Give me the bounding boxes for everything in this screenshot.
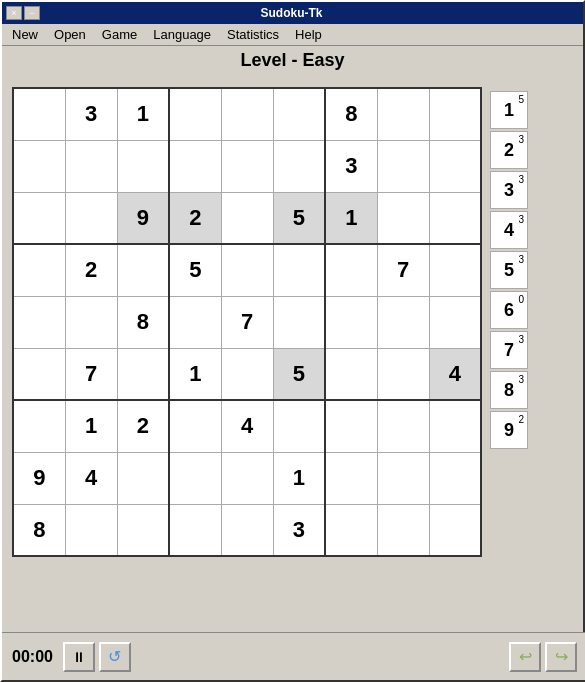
- cell-4-8[interactable]: [429, 296, 481, 348]
- cell-3-2[interactable]: [117, 244, 169, 296]
- cell-5-2[interactable]: [117, 348, 169, 400]
- cell-8-2[interactable]: [117, 504, 169, 556]
- cell-4-2[interactable]: 8: [117, 296, 169, 348]
- cell-1-3[interactable]: [169, 140, 221, 192]
- cell-5-5[interactable]: 5: [273, 348, 325, 400]
- cell-1-8[interactable]: [429, 140, 481, 192]
- cell-6-1[interactable]: 1: [65, 400, 117, 452]
- cell-1-7[interactable]: [377, 140, 429, 192]
- cell-8-5[interactable]: 3: [273, 504, 325, 556]
- cell-6-4[interactable]: 4: [221, 400, 273, 452]
- cell-3-4[interactable]: [221, 244, 273, 296]
- cell-1-1[interactable]: [65, 140, 117, 192]
- cell-7-6[interactable]: [325, 452, 377, 504]
- cell-2-5[interactable]: 5: [273, 192, 325, 244]
- side-item-8[interactable]: 83: [490, 371, 528, 409]
- cell-6-6[interactable]: [325, 400, 377, 452]
- menu-help[interactable]: Help: [287, 25, 330, 44]
- cell-0-3[interactable]: [169, 88, 221, 140]
- cell-8-1[interactable]: [65, 504, 117, 556]
- cell-0-2[interactable]: 1: [117, 88, 169, 140]
- cell-2-0[interactable]: [13, 192, 65, 244]
- cell-4-0[interactable]: [13, 296, 65, 348]
- undo-button[interactable]: ↩: [509, 642, 541, 672]
- cell-1-6[interactable]: 3: [325, 140, 377, 192]
- cell-8-6[interactable]: [325, 504, 377, 556]
- cell-0-5[interactable]: [273, 88, 325, 140]
- side-item-4[interactable]: 43: [490, 211, 528, 249]
- side-item-9[interactable]: 92: [490, 411, 528, 449]
- cell-3-5[interactable]: [273, 244, 325, 296]
- side-item-7[interactable]: 73: [490, 331, 528, 369]
- cell-2-4[interactable]: [221, 192, 273, 244]
- menu-game[interactable]: Game: [94, 25, 145, 44]
- side-item-6[interactable]: 60: [490, 291, 528, 329]
- cell-5-4[interactable]: [221, 348, 273, 400]
- cell-5-7[interactable]: [377, 348, 429, 400]
- refresh-button[interactable]: ↺: [99, 642, 131, 672]
- cell-5-6[interactable]: [325, 348, 377, 400]
- cell-7-0[interactable]: 9: [13, 452, 65, 504]
- cell-3-0[interactable]: [13, 244, 65, 296]
- cell-8-3[interactable]: [169, 504, 221, 556]
- cell-1-0[interactable]: [13, 140, 65, 192]
- side-item-3[interactable]: 33: [490, 171, 528, 209]
- cell-7-8[interactable]: [429, 452, 481, 504]
- cell-6-5[interactable]: [273, 400, 325, 452]
- cell-8-4[interactable]: [221, 504, 273, 556]
- cell-6-3[interactable]: [169, 400, 221, 452]
- minimize-button[interactable]: −: [24, 6, 40, 20]
- cell-3-6[interactable]: [325, 244, 377, 296]
- cell-0-1[interactable]: 3: [65, 88, 117, 140]
- menu-open[interactable]: Open: [46, 25, 94, 44]
- cell-8-7[interactable]: [377, 504, 429, 556]
- cell-6-2[interactable]: 2: [117, 400, 169, 452]
- cell-3-7[interactable]: 7: [377, 244, 429, 296]
- cell-5-1[interactable]: 7: [65, 348, 117, 400]
- cell-2-2[interactable]: 9: [117, 192, 169, 244]
- cell-7-3[interactable]: [169, 452, 221, 504]
- side-item-1[interactable]: 15: [490, 91, 528, 129]
- cell-7-2[interactable]: [117, 452, 169, 504]
- cell-1-4[interactable]: [221, 140, 273, 192]
- cell-8-0[interactable]: 8: [13, 504, 65, 556]
- cell-3-3[interactable]: 5: [169, 244, 221, 296]
- cell-7-4[interactable]: [221, 452, 273, 504]
- cell-8-8[interactable]: [429, 504, 481, 556]
- cell-4-4[interactable]: 7: [221, 296, 273, 348]
- cell-0-7[interactable]: [377, 88, 429, 140]
- menu-new[interactable]: New: [4, 25, 46, 44]
- close-button[interactable]: ×: [6, 6, 22, 20]
- menu-statistics[interactable]: Statistics: [219, 25, 287, 44]
- cell-5-3[interactable]: 1: [169, 348, 221, 400]
- cell-2-3[interactable]: 2: [169, 192, 221, 244]
- cell-5-0[interactable]: [13, 348, 65, 400]
- cell-0-4[interactable]: [221, 88, 273, 140]
- cell-2-7[interactable]: [377, 192, 429, 244]
- cell-0-6[interactable]: 8: [325, 88, 377, 140]
- redo-button[interactable]: ↪: [545, 642, 577, 672]
- cell-3-8[interactable]: [429, 244, 481, 296]
- cell-6-0[interactable]: [13, 400, 65, 452]
- menu-language[interactable]: Language: [145, 25, 219, 44]
- cell-4-3[interactable]: [169, 296, 221, 348]
- cell-0-8[interactable]: [429, 88, 481, 140]
- cell-4-7[interactable]: [377, 296, 429, 348]
- cell-4-1[interactable]: [65, 296, 117, 348]
- cell-7-5[interactable]: 1: [273, 452, 325, 504]
- cell-4-6[interactable]: [325, 296, 377, 348]
- cell-1-2[interactable]: [117, 140, 169, 192]
- side-item-2[interactable]: 23: [490, 131, 528, 169]
- pause-button[interactable]: ⏸: [63, 642, 95, 672]
- cell-4-5[interactable]: [273, 296, 325, 348]
- cell-7-1[interactable]: 4: [65, 452, 117, 504]
- cell-5-8[interactable]: 4: [429, 348, 481, 400]
- cell-2-8[interactable]: [429, 192, 481, 244]
- side-item-5[interactable]: 53: [490, 251, 528, 289]
- cell-2-6[interactable]: 1: [325, 192, 377, 244]
- cell-7-7[interactable]: [377, 452, 429, 504]
- cell-2-1[interactable]: [65, 192, 117, 244]
- cell-1-5[interactable]: [273, 140, 325, 192]
- cell-0-0[interactable]: [13, 88, 65, 140]
- cell-6-7[interactable]: [377, 400, 429, 452]
